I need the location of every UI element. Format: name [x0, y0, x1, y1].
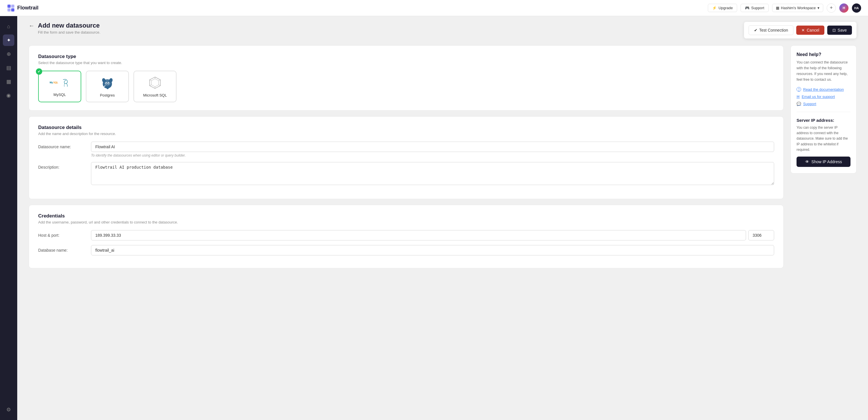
svg-text:SQL: SQL	[53, 81, 58, 84]
back-icon: ←	[29, 22, 34, 29]
upgrade-button[interactable]: ⚡ Upgrade	[708, 4, 737, 12]
save-icon: ⊡	[832, 28, 836, 32]
app-logo-icon	[7, 4, 15, 12]
dbname-field-wrap	[91, 245, 774, 255]
datasource-desc-field-wrap: Flowtrail AI production database	[91, 162, 774, 186]
postgres-card[interactable]: Postgres	[86, 71, 129, 102]
rocket-icon: ✦	[7, 37, 11, 44]
home-icon: ⌂	[7, 24, 10, 30]
sidebar-item-chart[interactable]: ▤	[3, 62, 14, 74]
email-link[interactable]: ✉ Email us for support	[797, 94, 850, 99]
mssql-card[interactable]: Microsoft SQL	[133, 71, 177, 102]
avatar-icon: H	[839, 3, 848, 12]
datasource-desc-textarea[interactable]: Flowtrail AI production database	[91, 162, 774, 185]
help-description: You can connect the datasource with the …	[797, 59, 850, 82]
data-icon: ⊕	[7, 51, 11, 57]
datasource-details-title: Datasource details	[38, 125, 774, 131]
sidebar-item-rocket[interactable]: ✦	[3, 34, 14, 46]
support-button[interactable]: 🎮 Support	[741, 4, 769, 12]
scroll-area: Datasource type Select the datasource ty…	[17, 38, 868, 420]
content-area: ← Add new datasource Fill the form and s…	[17, 16, 868, 420]
help-title: Need help?	[797, 52, 850, 57]
right-panel: Need help? You can connect the datasourc…	[790, 46, 857, 409]
datasource-name-field-wrap: To identify the datasources when using e…	[91, 142, 774, 158]
datasource-desc-label: Description:	[38, 162, 84, 169]
page-title: Add new datasource	[38, 22, 100, 29]
workspace-icon: ▦	[776, 6, 779, 10]
credentials-title: Credentials	[38, 213, 774, 219]
svg-line-17	[159, 80, 160, 81]
datasource-name-input[interactable]	[91, 142, 774, 152]
sidebar-item-settings[interactable]: ⚙	[3, 404, 14, 415]
navbar-left: Flowtrail	[7, 4, 38, 12]
svg-line-18	[150, 85, 151, 86]
show-ip-label: Show IP Address	[811, 160, 842, 164]
add-button[interactable]: +	[827, 3, 836, 12]
mysql-logo-svg: My SQL	[50, 78, 70, 89]
avatar-initials: HA	[852, 3, 861, 12]
docs-link[interactable]: ? Read the documentation	[797, 87, 850, 92]
page-title-group: Add new datasource Fill the form and sav…	[38, 22, 100, 34]
support-icon: 🎮	[745, 6, 749, 10]
action-bar: ← Add new datasource Fill the form and s…	[17, 16, 868, 38]
form-area: Datasource type Select the datasource ty…	[29, 46, 784, 409]
mysql-card-name: MySQL	[53, 92, 66, 97]
svg-point-12	[106, 83, 107, 84]
show-ip-button[interactable]: 👁 Show IP Address	[797, 157, 850, 167]
navbar-right: ⚡ Upgrade 🎮 Support ▦ Hashim's Workspace…	[708, 3, 861, 12]
datasource-name-hint: To identify the datasources when using e…	[91, 153, 774, 158]
datasource-details-section: Datasource details Add the name and desc…	[29, 116, 784, 199]
help-divider	[797, 112, 850, 112]
credentials-subtitle: Add the username, password, url and othe…	[38, 220, 774, 224]
mysql-logo: My SQL	[50, 77, 70, 90]
support-link[interactable]: 💬 Support	[797, 102, 850, 106]
page-header: ← Add new datasource Fill the form and s…	[29, 22, 100, 34]
upgrade-icon: ⚡	[712, 6, 717, 10]
save-button[interactable]: ⊡ Save	[827, 26, 852, 35]
mysql-card[interactable]: ✔ My SQL	[38, 71, 81, 102]
host-port-label: Host & port:	[38, 230, 84, 237]
sidebar-item-home[interactable]: ⌂	[3, 21, 14, 32]
test-connection-button[interactable]: ✔ Test Connection	[749, 25, 794, 35]
host-port-field-wrap	[91, 230, 774, 241]
sidebar-item-db[interactable]: ▦	[3, 76, 14, 87]
sidebar-item-robot[interactable]: ◉	[3, 90, 14, 101]
postgres-icon	[100, 76, 115, 91]
server-ip-title: Server IP address:	[797, 118, 850, 123]
check-icon: ✔	[754, 28, 757, 32]
email-link-label: Email us for support	[802, 94, 835, 99]
svg-point-13	[108, 83, 109, 84]
datasource-type-subtitle: Select the datasource type that you want…	[38, 61, 774, 65]
datasource-name-row: Datasource name: To identify the datasou…	[38, 142, 774, 158]
cancel-button[interactable]: ✕ Cancel	[796, 26, 825, 35]
settings-icon: ⚙	[6, 407, 11, 413]
selected-check-badge: ✔	[36, 68, 42, 75]
robot-icon: ◉	[6, 92, 11, 99]
host-input[interactable]	[91, 230, 746, 241]
page-subtitle: Fill the form and save the datasource.	[38, 30, 100, 34]
mssql-card-name: Microsoft SQL	[143, 93, 167, 97]
svg-rect-0	[7, 5, 11, 8]
dbname-row: Database name:	[38, 245, 774, 255]
mssql-icon	[148, 76, 162, 91]
support-chat-icon: 💬	[797, 102, 801, 106]
datasource-type-title: Datasource type	[38, 54, 774, 59]
help-card: Need help? You can connect the datasourc…	[790, 46, 857, 173]
chevron-down-icon: ▾	[817, 6, 819, 10]
svg-rect-1	[11, 5, 14, 8]
svg-rect-3	[11, 8, 14, 11]
dbname-input[interactable]	[91, 245, 774, 255]
back-button[interactable]: ←	[29, 22, 34, 29]
sidebar-item-data[interactable]: ⊕	[3, 48, 14, 60]
port-input[interactable]	[748, 230, 774, 241]
docs-link-icon: ?	[797, 87, 801, 92]
datasource-cards: ✔ My SQL	[38, 71, 774, 102]
db-icon: ▦	[6, 78, 11, 85]
svg-text:My: My	[50, 81, 53, 84]
svg-marker-15	[151, 79, 159, 87]
eye-icon: 👁	[805, 160, 809, 164]
svg-line-19	[159, 85, 160, 86]
support-link-label: Support	[803, 102, 816, 106]
datasource-details-subtitle: Add the name and description for the res…	[38, 132, 774, 136]
workspace-button[interactable]: ▦ Hashim's Workspace ▾	[772, 4, 823, 12]
